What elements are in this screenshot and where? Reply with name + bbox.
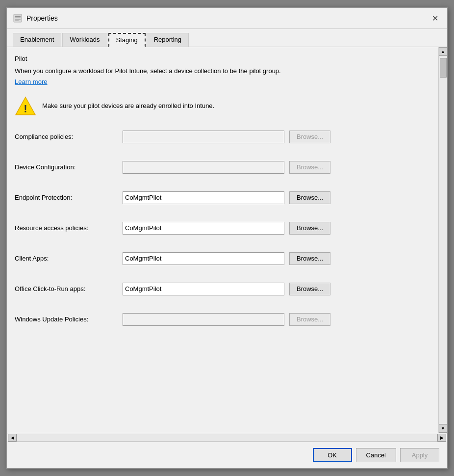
scroll-thumb[interactable] xyxy=(440,58,447,78)
label-compliance: Compliance policies: xyxy=(15,133,123,140)
section-title: Pilot xyxy=(15,55,430,62)
scroll-thumb-area xyxy=(439,56,447,424)
input-endpoint[interactable] xyxy=(123,191,284,204)
tab-enablement[interactable]: Enablement xyxy=(13,33,61,47)
field-row-endpoint: Endpoint Protection: Browse... xyxy=(15,187,430,208)
apply-button[interactable]: Apply xyxy=(400,448,439,462)
title-bar-left: Properties xyxy=(13,13,58,23)
description-text: When you configure a workload for Pilot … xyxy=(15,66,430,76)
browse-device-config: Browse... xyxy=(289,161,330,174)
svg-rect-3 xyxy=(15,19,21,20)
properties-dialog: Properties ✕ Enablement Workloads Stagin… xyxy=(6,7,448,469)
browse-resource[interactable]: Browse... xyxy=(289,222,330,235)
svg-rect-1 xyxy=(15,16,21,17)
browse-office[interactable]: Browse... xyxy=(289,283,330,295)
tab-workloads[interactable]: Workloads xyxy=(62,33,107,47)
main-content: Pilot When you configure a workload for … xyxy=(7,47,438,433)
dialog-footer: OK Cancel Apply xyxy=(7,442,447,468)
label-office: Office Click-to-Run apps: xyxy=(15,285,123,292)
input-office[interactable] xyxy=(123,283,284,295)
input-compliance[interactable] xyxy=(123,131,284,143)
cancel-button[interactable]: Cancel xyxy=(356,448,396,462)
warning-text: Make sure your pilot devices are already… xyxy=(42,102,214,109)
scroll-right-button[interactable]: ▶ xyxy=(437,434,446,442)
browse-compliance: Browse... xyxy=(289,131,330,143)
title-bar: Properties ✕ xyxy=(7,8,447,29)
tab-staging[interactable]: Staging xyxy=(108,33,146,47)
svg-rect-2 xyxy=(15,18,21,19)
tab-reporting[interactable]: Reporting xyxy=(147,33,189,47)
field-row-compliance: Compliance policies: Browse... xyxy=(15,127,430,147)
browse-windows-update: Browse... xyxy=(289,313,330,326)
label-windows-update: Windows Update Policies: xyxy=(15,316,123,323)
browse-client-apps[interactable]: Browse... xyxy=(289,252,330,265)
dialog-title: Properties xyxy=(26,14,58,22)
ok-button[interactable]: OK xyxy=(313,448,352,462)
input-windows-update[interactable] xyxy=(123,313,284,326)
field-row-windows-update: Windows Update Policies: Browse... xyxy=(15,309,430,330)
horizontal-scrollbar: ◀ ▶ xyxy=(7,433,447,442)
svg-text:!: ! xyxy=(24,103,27,115)
warning-icon: ! xyxy=(15,95,36,117)
content-area: Pilot When you configure a workload for … xyxy=(7,47,447,433)
scroll-down-button[interactable]: ▼ xyxy=(439,424,448,433)
learn-more-link[interactable]: Learn more xyxy=(15,78,47,85)
input-resource[interactable] xyxy=(123,222,284,235)
field-row-office: Office Click-to-Run apps: Browse... xyxy=(15,279,430,299)
scroll-up-button[interactable]: ▲ xyxy=(439,47,448,56)
warning-box: ! Make sure your pilot devices are alrea… xyxy=(15,95,430,117)
vertical-scrollbar: ▲ ▼ xyxy=(438,47,447,433)
input-client-apps[interactable] xyxy=(123,252,284,265)
horizontal-scroll-track xyxy=(17,434,437,442)
field-row-device-config: Device Configuration: Browse... xyxy=(15,157,430,178)
field-row-client-apps: Client Apps: Browse... xyxy=(15,248,430,269)
label-endpoint: Endpoint Protection: xyxy=(15,194,123,201)
dialog-icon xyxy=(13,13,23,23)
close-button[interactable]: ✕ xyxy=(429,12,441,25)
svg-rect-4 xyxy=(15,21,19,22)
input-device-config[interactable] xyxy=(123,161,284,174)
label-device-config: Device Configuration: xyxy=(15,163,123,171)
label-resource: Resource access policies: xyxy=(15,224,123,232)
label-client-apps: Client Apps: xyxy=(15,255,123,262)
scroll-left-button[interactable]: ◀ xyxy=(8,434,17,442)
field-row-resource: Resource access policies: Browse... xyxy=(15,218,430,238)
browse-endpoint[interactable]: Browse... xyxy=(289,191,330,204)
tab-bar: Enablement Workloads Staging Reporting xyxy=(7,29,447,47)
